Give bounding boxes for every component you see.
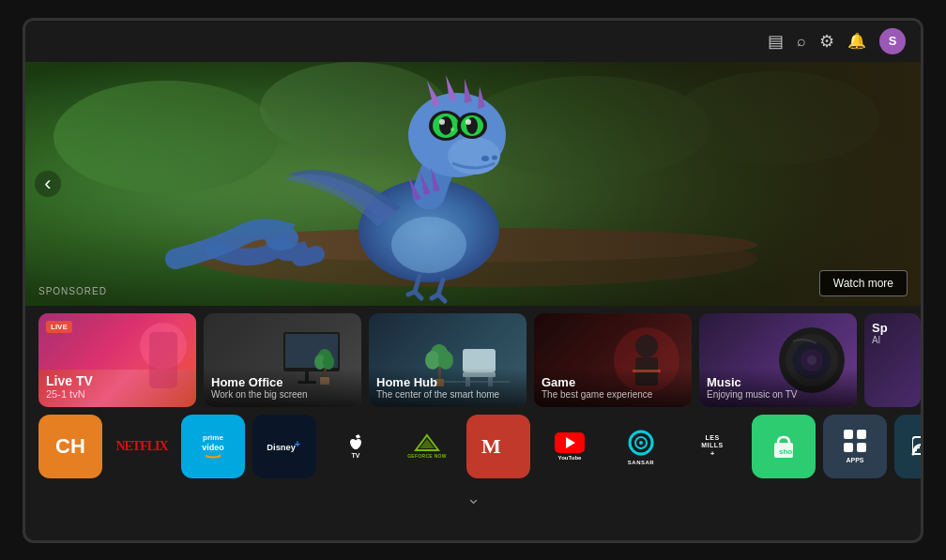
card-home-hub-title: Home Hub — [376, 375, 519, 389]
card-game-sub: The best game experience — [542, 389, 684, 400]
svg-text:shop: shop — [779, 447, 797, 456]
app-disney-plus[interactable]: Disney + — [252, 415, 316, 478]
bottom-nav: ⌄ — [25, 484, 921, 512]
cards-row: LIVE Live TV 25-1 tvN — [25, 306, 921, 411]
card-game[interactable]: Game The best game experience — [534, 313, 692, 407]
top-bar: ▤ ⌕ ⚙ 🔔 S — [25, 21, 921, 62]
card-home-office-sub: Work on the big screen — [211, 389, 354, 400]
card-partial-sub: Al — [872, 335, 888, 345]
card-music-sub: Enjoying music on TV — [707, 389, 849, 400]
settings-icon[interactable]: ⚙ — [819, 31, 834, 52]
card-live-tv[interactable]: LIVE Live TV 25-1 tvN — [38, 313, 196, 407]
app-youtube[interactable]: YouTube — [538, 415, 602, 478]
svg-point-46 — [425, 351, 440, 370]
card-home-hub[interactable]: Home Hub The center of the smart home — [369, 313, 526, 407]
card-game-title: Game — [542, 375, 684, 389]
card-home-hub-sub: The center of the smart home — [376, 389, 519, 400]
app-cast[interactable] — [894, 415, 921, 478]
svg-text:Disney: Disney — [267, 443, 296, 452]
app-channel[interactable]: CH — [38, 415, 102, 478]
svg-point-29 — [492, 155, 497, 159]
sponsored-label: SPONSORED — [38, 286, 107, 296]
svg-point-57 — [807, 356, 816, 365]
hero-nav-left[interactable]: ‹ — [35, 171, 61, 197]
card-partial-sports[interactable]: Sp Al — [864, 313, 921, 407]
card-home-office[interactable]: Home Office Work on the big screen — [204, 313, 361, 407]
svg-text:+: + — [295, 438, 300, 449]
svg-point-47 — [438, 351, 453, 370]
svg-point-14 — [439, 116, 452, 135]
svg-point-20 — [465, 119, 471, 125]
tv-frame: ▤ ⌕ ⚙ 🔔 S — [23, 18, 923, 543]
watch-more-button[interactable]: Watch more — [819, 270, 908, 296]
app-sansar[interactable]: SANSAR — [609, 415, 673, 478]
scroll-down-icon[interactable]: ⌄ — [466, 488, 481, 508]
app-geforce-now[interactable]: GEFORCE NOW — [395, 415, 459, 478]
app-les-mills[interactable]: LES MILLS + — [680, 415, 744, 478]
card-live-tv-sub: 25-1 tvN — [46, 388, 189, 400]
card-music-title: Music — [707, 375, 849, 389]
avatar[interactable]: S — [879, 28, 906, 54]
live-badge: LIVE — [46, 321, 72, 333]
card-home-office-title: Home Office — [211, 375, 354, 389]
apps-row: CH NETFLIX prime video Disney + TV — [25, 411, 921, 484]
search-icon[interactable]: ⌕ — [797, 33, 806, 50]
svg-point-16 — [450, 128, 454, 131]
hero-banner: SPONSORED Watch more ‹ — [25, 62, 921, 306]
app-apple-tv[interactable]: TV — [324, 415, 388, 478]
card-partial-title: Sp — [872, 321, 888, 335]
apps-label: APPS — [846, 457, 863, 463]
svg-point-71 — [912, 452, 915, 455]
card-live-tv-title: Live TV — [46, 373, 189, 388]
app-netflix[interactable]: NETFLIX — [110, 415, 174, 478]
svg-point-15 — [439, 119, 445, 125]
app-prime-video[interactable]: prime video — [181, 415, 245, 478]
app-masterclass[interactable]: M — [466, 415, 530, 478]
svg-point-66 — [639, 441, 643, 445]
svg-text:M: M — [481, 434, 501, 458]
guide-icon[interactable]: ▤ — [768, 31, 784, 52]
app-shop[interactable]: shop — [752, 415, 816, 478]
svg-point-9 — [391, 217, 466, 273]
app-apps[interactable]: APPS — [823, 415, 887, 478]
svg-point-50 — [635, 335, 658, 357]
bell-icon[interactable]: 🔔 — [847, 32, 866, 50]
svg-point-28 — [481, 156, 489, 161]
card-music[interactable]: Music Enjoying music on TV — [699, 313, 857, 407]
